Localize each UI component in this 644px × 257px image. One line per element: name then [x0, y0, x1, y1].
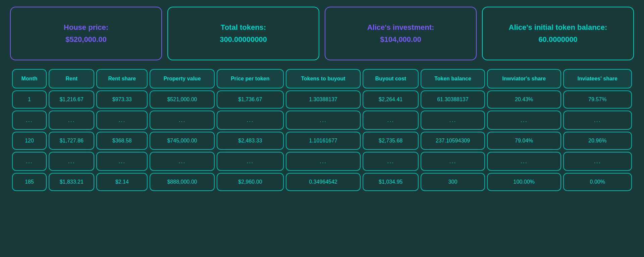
- summary-card-label-0: House price:: [64, 23, 108, 32]
- table-cell-3-2: ...: [96, 152, 148, 171]
- summary-card-label-1: Total tokens:: [221, 23, 266, 32]
- table-cell-3-8: ...: [487, 152, 561, 171]
- table-cell-2-6: $2,735.68: [363, 132, 419, 150]
- table-cell-4-1: $1,833.21: [49, 173, 94, 191]
- summary-card-value-1: 300.00000000: [220, 35, 267, 44]
- table-cell-2-4: $2,483.33: [217, 132, 284, 150]
- table-row-2: 120$1,727.86$368.58$745,000.00$2,483.331…: [12, 132, 632, 150]
- table-cell-3-7: ...: [421, 152, 485, 171]
- table-cell-4-8: 100.00%: [487, 173, 561, 191]
- summary-card-2: Alice's investment:$104,000.00: [325, 7, 477, 60]
- table-container: MonthRentRent shareProperty valuePrice p…: [7, 67, 637, 193]
- table-cell-1-7: ...: [421, 111, 485, 130]
- table-body: 1$1,216.67$973.33$521,000.00$1,736.671.3…: [12, 90, 632, 191]
- table-cell-3-4: ...: [217, 152, 284, 171]
- table-header-1: Rent: [49, 69, 94, 88]
- table-cell-0-9: 79.57%: [563, 90, 632, 109]
- table-cell-0-1: $1,216.67: [49, 90, 94, 109]
- summary-cards-section: House price:$520,000.00Total tokens:300.…: [7, 7, 637, 60]
- table-cell-4-5: 0.34964542: [286, 173, 361, 191]
- table-cell-0-2: $973.33: [96, 90, 148, 109]
- summary-card-label-2: Alice's investment:: [367, 23, 434, 32]
- summary-card-0: House price:$520,000.00: [10, 7, 162, 60]
- summary-card-label-3: Alice's initial token balance:: [509, 23, 607, 32]
- summary-card-1: Total tokens:300.00000000: [167, 7, 319, 60]
- table-header-7: Token balance: [421, 69, 485, 88]
- table-cell-0-8: 20.43%: [487, 90, 561, 109]
- table-header-row: MonthRentRent shareProperty valuePrice p…: [12, 69, 632, 88]
- table-cell-2-1: $1,727.86: [49, 132, 94, 150]
- table-cell-4-3: $888,000.00: [150, 173, 215, 191]
- table-cell-1-3: ...: [150, 111, 215, 130]
- table-cell-0-4: $1,736.67: [217, 90, 284, 109]
- table-cell-0-5: 1.30388137: [286, 90, 361, 109]
- table-cell-0-0: 1: [12, 90, 47, 109]
- table-header-4: Price per token: [217, 69, 284, 88]
- table-cell-0-6: $2,264.41: [363, 90, 419, 109]
- table-cell-1-1: ...: [49, 111, 94, 130]
- summary-card-value-0: $520,000.00: [65, 35, 106, 44]
- table-cell-1-0: ...: [12, 111, 47, 130]
- table-cell-2-7: 237.10594309: [421, 132, 485, 150]
- table-cell-3-6: ...: [363, 152, 419, 171]
- table-header-9: Inviatees' share: [563, 69, 632, 88]
- table-cell-0-3: $521,000.00: [150, 90, 215, 109]
- table-header-3: Property value: [150, 69, 215, 88]
- summary-card-value-3: 60.0000000: [538, 35, 577, 44]
- table-cell-1-8: ...: [487, 111, 561, 130]
- table-cell-2-0: 120: [12, 132, 47, 150]
- table-row-0: 1$1,216.67$973.33$521,000.00$1,736.671.3…: [12, 90, 632, 109]
- table-cell-2-2: $368.58: [96, 132, 148, 150]
- table-cell-4-9: 0.00%: [563, 173, 632, 191]
- table-row-4: 185$1,833.21$2.14$888,000.00$2,960.000.3…: [12, 173, 632, 191]
- table-cell-2-3: $745,000.00: [150, 132, 215, 150]
- table-cell-1-9: ...: [563, 111, 632, 130]
- table-cell-3-1: ...: [49, 152, 94, 171]
- table-cell-1-6: ...: [363, 111, 419, 130]
- table-cell-4-6: $1,034.95: [363, 173, 419, 191]
- table-cell-3-5: ...: [286, 152, 361, 171]
- table-cell-4-7: 300: [421, 173, 485, 191]
- table-cell-4-2: $2.14: [96, 173, 148, 191]
- table-cell-0-7: 61.30388137: [421, 90, 485, 109]
- summary-card-3: Alice's initial token balance:60.0000000: [482, 7, 634, 60]
- table-cell-1-4: ...: [217, 111, 284, 130]
- table-cell-4-0: 185: [12, 173, 47, 191]
- table-header-5: Tokens to buyout: [286, 69, 361, 88]
- table-cell-1-2: ...: [96, 111, 148, 130]
- table-cell-2-9: 20.96%: [563, 132, 632, 150]
- table-cell-3-0: ...: [12, 152, 47, 171]
- table-cell-2-8: 79.04%: [487, 132, 561, 150]
- table-cell-2-5: 1.10161677: [286, 132, 361, 150]
- table-cell-3-3: ...: [150, 152, 215, 171]
- table-header-2: Rent share: [96, 69, 148, 88]
- table-row-3: ..............................: [12, 152, 632, 171]
- table-cell-1-5: ...: [286, 111, 361, 130]
- table-cell-4-4: $2,960.00: [217, 173, 284, 191]
- table-header-8: Inwviator's share: [487, 69, 561, 88]
- table-header-0: Month: [12, 69, 47, 88]
- data-table: MonthRentRent shareProperty valuePrice p…: [10, 67, 634, 193]
- table-cell-3-9: ...: [563, 152, 632, 171]
- table-row-1: ..............................: [12, 111, 632, 130]
- table-header-6: Buyout cost: [363, 69, 419, 88]
- summary-card-value-2: $104,000.00: [380, 35, 421, 44]
